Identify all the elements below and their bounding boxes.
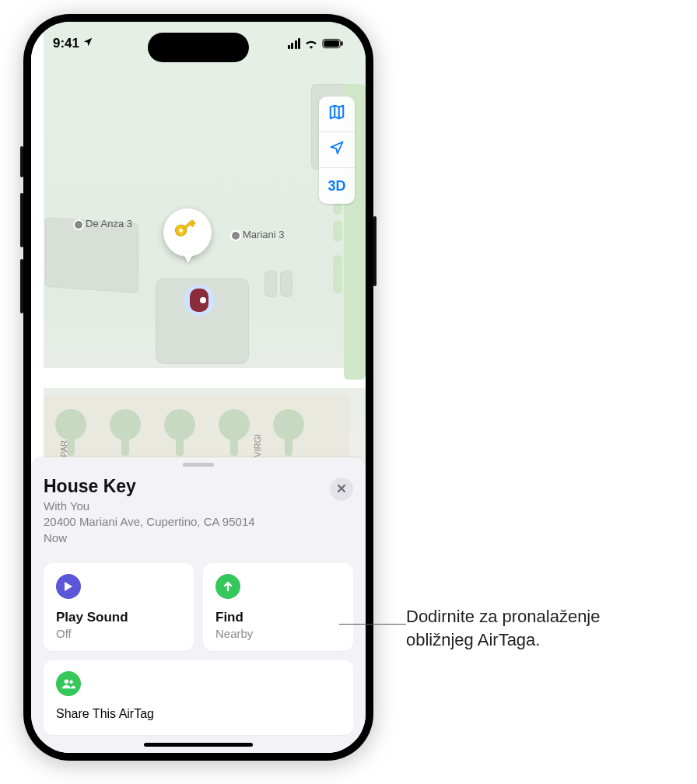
svg-point-9	[69, 680, 73, 684]
action-row: Play Sound Off Find Nearby	[44, 563, 353, 651]
play-sound-card[interactable]: Play Sound Off	[44, 563, 194, 651]
map-controls: 3D	[319, 96, 355, 204]
dynamic-island	[148, 33, 249, 62]
road-label-par: PAR	[59, 440, 68, 457]
map-poi-deanza: De Anza 3	[75, 218, 132, 229]
people-icon	[56, 671, 81, 696]
volume-up-button	[20, 193, 23, 247]
map-type-button[interactable]	[319, 96, 355, 132]
location-arrow-icon	[82, 36, 93, 51]
close-button[interactable]	[330, 478, 353, 501]
phone-screen: 9:41	[31, 22, 366, 753]
cellular-icon	[288, 38, 301, 49]
poi-dot-icon	[232, 232, 240, 240]
location-arrow-icon	[329, 140, 345, 159]
map-poi-mariani: Mariani 3	[232, 229, 284, 240]
user-location-marker[interactable]	[184, 285, 215, 316]
share-airtag-card[interactable]: Share This AirTag	[44, 660, 353, 735]
mute-switch	[20, 146, 23, 177]
side-button	[373, 216, 377, 286]
callout-text: Dodirnite za pronalaženje obližnjeg AirT…	[406, 605, 601, 651]
item-subtitle: With You 20400 Mariani Ave, Cupertino, C…	[44, 499, 353, 546]
item-title: House Key	[44, 476, 353, 497]
locate-me-button[interactable]	[319, 132, 355, 168]
arrow-up-icon	[215, 574, 240, 599]
find-card[interactable]: Find Nearby	[203, 563, 353, 651]
svg-point-8	[65, 679, 68, 683]
key-icon	[172, 215, 203, 250]
road-label-virgi: VIRGI	[253, 434, 262, 457]
close-icon	[337, 481, 346, 497]
status-right	[288, 38, 345, 49]
3d-label: 3D	[327, 178, 345, 194]
battery-icon	[322, 38, 344, 49]
wifi-icon	[304, 38, 318, 49]
play-icon	[56, 574, 81, 599]
play-sound-sub: Off	[56, 627, 181, 640]
map-view[interactable]: PAR VIRGI De Anza 3 Mariani 3	[31, 22, 366, 496]
bag-icon	[190, 289, 208, 312]
item-location-pin[interactable]	[163, 208, 218, 278]
find-sub: Nearby	[215, 627, 341, 640]
volume-down-button	[20, 259, 23, 313]
phone-frame: 9:41	[23, 14, 373, 761]
status-left: 9:41	[53, 36, 93, 51]
find-title: Find	[215, 610, 341, 625]
item-detail-sheet[interactable]: House Key With You 20400 Mariani Ave, Cu…	[31, 457, 366, 753]
status-time: 9:41	[53, 36, 79, 51]
callout-leader-line	[339, 624, 406, 625]
svg-rect-2	[341, 41, 342, 46]
sheet-grabber[interactable]	[183, 463, 214, 467]
sheet-header: House Key With You 20400 Mariani Ave, Cu…	[44, 476, 353, 546]
svg-rect-1	[324, 40, 339, 46]
map-icon	[328, 103, 345, 124]
poi-dot-icon	[75, 221, 82, 229]
map-3d-button[interactable]: 3D	[319, 168, 355, 204]
share-title: Share This AirTag	[56, 707, 341, 721]
play-sound-title: Play Sound	[56, 610, 181, 625]
home-indicator[interactable]	[144, 743, 253, 747]
